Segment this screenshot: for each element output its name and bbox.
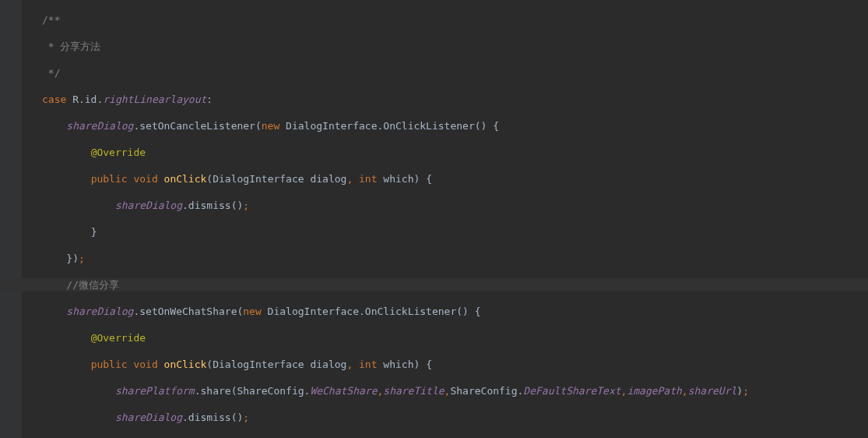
comment-wechat: //微信分享 (66, 279, 119, 291)
field-sharetitle: shareTitle (383, 385, 444, 397)
field-shareplatform: sharePlatform (115, 385, 195, 397)
brace: { (420, 173, 432, 185)
kw-new: new (262, 120, 279, 132)
comment: */ (42, 67, 60, 79)
field-shareurl: shareUrl (688, 385, 737, 397)
class: OnClickListener (383, 120, 474, 132)
r-id: R.id. (72, 94, 103, 105)
method: setOnCancleListener (139, 120, 255, 132)
const-defaulttext: DeFaultShareText (523, 385, 620, 397)
code-editor[interactable]: /** * 分享方法 */ case R.id.rightLinearlayou… (0, 0, 868, 438)
anno-override: @Override (91, 332, 146, 344)
anno-override: @Override (91, 147, 146, 158)
class: DialogInterface (286, 120, 377, 132)
field-sharedialog: shareDialog (66, 306, 133, 317)
kw-int: int (359, 173, 377, 185)
close: }) (66, 253, 79, 264)
method-onclick: onClick (164, 173, 207, 185)
comment: /** (42, 14, 60, 26)
comment: * 分享方法 (42, 41, 100, 52)
text (66, 94, 72, 105)
colon: : (206, 94, 213, 105)
field-sharedialog: shareDialog (115, 200, 182, 211)
field-sharedialog: shareDialog (66, 120, 133, 132)
field-imagepath: imagePath (627, 385, 681, 397)
kw-case: case (42, 94, 66, 105)
method-share: share (201, 385, 231, 397)
brace: { (487, 120, 499, 132)
method-dismiss: dismiss (188, 200, 231, 211)
param: which) (378, 173, 420, 185)
text (279, 120, 286, 132)
paren: ( (255, 120, 262, 132)
field-rightlayout: rightLinearlayout (103, 94, 206, 105)
kw-void: void (133, 173, 157, 185)
brace: } (91, 226, 97, 238)
const-wechatshare: WeChatShare (310, 385, 377, 397)
params: (DialogInterface dialog (206, 173, 346, 185)
args: () (475, 120, 487, 132)
method: setOnWeChatShare (139, 306, 237, 317)
kw-public: public (91, 173, 128, 185)
